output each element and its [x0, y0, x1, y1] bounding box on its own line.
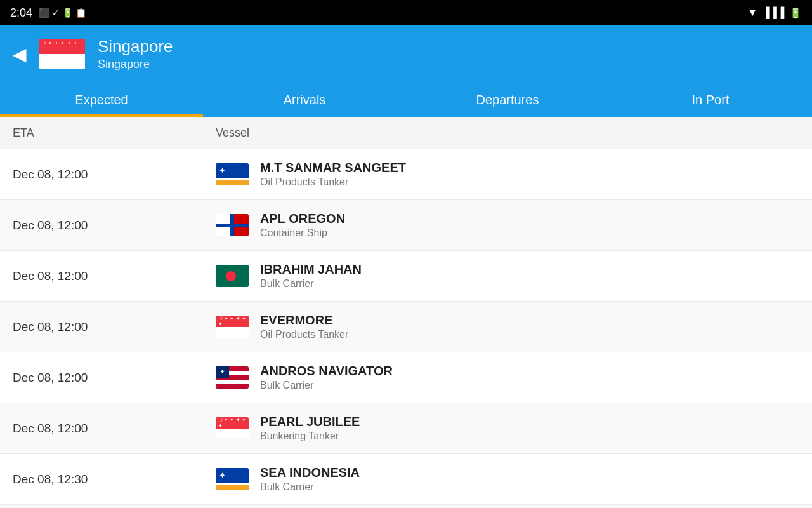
country-name: Singapore: [98, 37, 173, 57]
country-flag: [39, 39, 85, 69]
vessel-flag: ✦: [216, 366, 249, 389]
vessel-eta: Dec 08, 12:00: [13, 269, 216, 283]
tab-arrivals[interactable]: Arrivals: [203, 83, 406, 117]
vessel-details: EVERMORE Oil Products Tanker: [260, 313, 348, 340]
vessel-details: SEA INDONESIA Bulk Carrier: [260, 465, 360, 493]
vessel-info-cell: ☽ ✦ ✦ ✦ ✦ ✦ EVERMORE Oil Products Tanker: [216, 313, 799, 340]
vessel-name: PEARL JUBILEE: [260, 415, 360, 429]
vessel-flag: ☽ ✦ ✦ ✦ ✦ ✦: [216, 417, 249, 439]
vessel-details: PEARL JUBILEE Bunkering Tanker: [260, 415, 360, 442]
vessel-eta: Dec 08, 12:00: [13, 168, 216, 182]
vessel-type: Bulk Carrier: [260, 481, 360, 493]
vessel-info-cell: + APL OREGON Container Ship: [216, 211, 799, 239]
vessel-details: IBRAHIM JAHAN Bulk Carrier: [260, 262, 362, 290]
vessel-type: Oil Products Tanker: [260, 177, 406, 188]
signal-icon: ▐▐▐: [763, 7, 784, 18]
vessel-row[interactable]: Dec 08, 12:00 ☽ ✦ ✦ ✦ ✦ ✦ PEARL JUBILEE …: [0, 403, 812, 454]
vessel-list: Dec 08, 12:00 ✦ M.T SANMAR SANGEET Oil P…: [0, 149, 812, 508]
vessel-name: ANDROS NAVIGATOR: [260, 364, 393, 378]
vessel-info-cell: ✦ ANDROS NAVIGATOR Bulk Carrier: [216, 364, 799, 391]
port-name: Singapore: [98, 58, 173, 71]
back-button[interactable]: ◀: [13, 44, 27, 65]
vessel-flag: ☽ ✦ ✦ ✦ ✦ ✦: [216, 316, 249, 338]
vessel-row[interactable]: Dec 08, 12:00 IBRAHIM JAHAN Bulk Carrier: [0, 251, 812, 302]
vessel-eta: Dec 08, 12:30: [13, 472, 216, 486]
vessel-eta: Dec 08, 12:00: [13, 320, 216, 334]
status-bar: 2:04 ⬛ ✓ 🔋 📋 ▼ ▐▐▐ 🔋: [0, 0, 812, 25]
vessel-name: APL OREGON: [260, 211, 345, 226]
vessel-info-cell: ☽ ✦ ✦ ✦ ✦ ✦ PEARL JUBILEE Bunkering Tank…: [216, 415, 799, 442]
vessel-flag: ✦: [216, 468, 249, 490]
col-eta-header: ETA: [13, 126, 216, 140]
vessel-row[interactable]: Dec 08, 12:00 ✦ ANDROS NAVIGATOR Bulk Ca…: [0, 352, 812, 403]
status-right-icons: ▼ ▐▐▐ 🔋: [747, 7, 802, 19]
table-header: ETA Vessel: [0, 117, 812, 149]
tab-departures[interactable]: Departures: [406, 83, 609, 117]
vessel-details: ANDROS NAVIGATOR Bulk Carrier: [260, 364, 393, 391]
vessel-type: Bulk Carrier: [260, 380, 393, 391]
tab-bar: Expected Arrivals Departures In Port: [0, 83, 812, 117]
tab-expected[interactable]: Expected: [0, 83, 203, 117]
vessel-type: Bulk Carrier: [260, 278, 362, 290]
vessel-eta: Dec 08, 12:00: [13, 371, 216, 385]
header-info: Singapore Singapore: [98, 37, 173, 71]
tab-inport[interactable]: In Port: [609, 83, 812, 117]
vessel-flag: +: [216, 214, 249, 236]
status-time: 2:04 ⬛ ✓ 🔋 📋: [10, 6, 86, 20]
vessel-details: M.T SANMAR SANGEET Oil Products Tanker: [260, 161, 406, 188]
vessel-name: M.T SANMAR SANGEET: [260, 161, 406, 175]
vessel-type: Oil Products Tanker: [260, 329, 348, 340]
vessel-info-cell: ✦ SEA INDONESIA Bulk Carrier: [216, 465, 799, 493]
vessel-row[interactable]: Dec 08, 12:00 + APL OREGON Container Shi…: [0, 200, 812, 251]
vessel-row[interactable]: Dec 08, 12:30 ✦ WIDE JULIET Container Sh…: [0, 505, 812, 508]
vessel-eta: Dec 08, 12:00: [13, 218, 216, 232]
status-icons: ⬛ ✓ 🔋 📋: [39, 8, 86, 18]
header: ◀ Singapore Singapore: [0, 25, 812, 83]
vessel-type: Container Ship: [260, 227, 345, 239]
vessel-row[interactable]: Dec 08, 12:00 ✦ M.T SANMAR SANGEET Oil P…: [0, 149, 812, 200]
vessel-info-cell: ✦ M.T SANMAR SANGEET Oil Products Tanker: [216, 161, 799, 188]
vessel-eta: Dec 08, 12:00: [13, 422, 216, 436]
vessel-name: EVERMORE: [260, 313, 348, 328]
vessel-details: APL OREGON Container Ship: [260, 211, 345, 239]
time-display: 2:04: [10, 6, 32, 20]
vessel-flag: ✦: [216, 163, 249, 185]
vessel-name: SEA INDONESIA: [260, 465, 360, 480]
vessel-type: Bunkering Tanker: [260, 431, 360, 442]
vessel-info-cell: IBRAHIM JAHAN Bulk Carrier: [216, 262, 799, 290]
vessel-name: IBRAHIM JAHAN: [260, 262, 362, 277]
vessel-flag: [216, 265, 249, 287]
battery-icon: 🔋: [789, 7, 802, 19]
wifi-icon: ▼: [747, 7, 757, 18]
vessel-row[interactable]: Dec 08, 12:30 ✦ SEA INDONESIA Bulk Carri…: [0, 454, 812, 505]
vessel-row[interactable]: Dec 08, 12:00 ☽ ✦ ✦ ✦ ✦ ✦ EVERMORE Oil P…: [0, 302, 812, 352]
col-vessel-header: Vessel: [216, 126, 799, 140]
